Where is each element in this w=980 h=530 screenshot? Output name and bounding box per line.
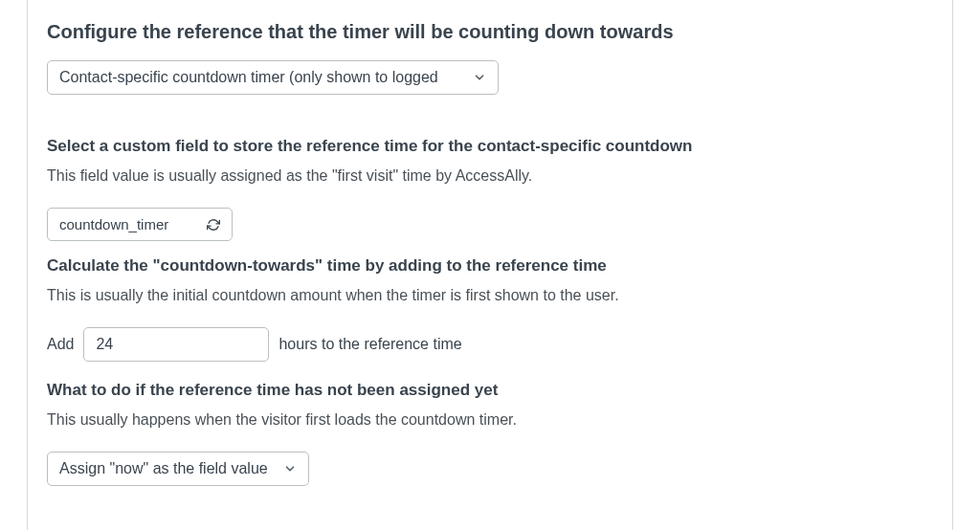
section3-description: This is usually the initial countdown am…	[47, 287, 933, 304]
chevron-down-icon	[473, 71, 486, 84]
section4-heading: What to do if the reference time has not…	[47, 381, 933, 400]
unassigned-action-select[interactable]: Assign "now" as the field value	[47, 452, 309, 486]
hours-suffix: hours to the reference time	[278, 336, 461, 353]
config-panel: Configure the reference that the timer w…	[27, 0, 953, 530]
refresh-icon	[207, 218, 220, 232]
timer-type-value: Contact-specific countdown timer (only s…	[59, 69, 438, 86]
hours-input[interactable]	[83, 327, 269, 362]
hours-row: Add hours to the reference time	[47, 327, 933, 362]
section1-heading: Configure the reference that the timer w…	[47, 21, 933, 43]
unassigned-action-value: Assign "now" as the field value	[59, 460, 268, 477]
custom-field-value: countdown_timer	[59, 216, 168, 232]
custom-field-select[interactable]: countdown_timer	[47, 208, 233, 241]
section3-heading: Calculate the "countdown-towards" time b…	[47, 256, 933, 276]
section2-heading: Select a custom field to store the refer…	[47, 137, 933, 156]
chevron-down-icon	[283, 462, 297, 475]
add-label: Add	[47, 336, 74, 353]
timer-type-select[interactable]: Contact-specific countdown timer (only s…	[47, 60, 499, 95]
section4-description: This usually happens when the visitor fi…	[47, 411, 933, 429]
section2-description: This field value is usually assigned as …	[47, 167, 933, 185]
